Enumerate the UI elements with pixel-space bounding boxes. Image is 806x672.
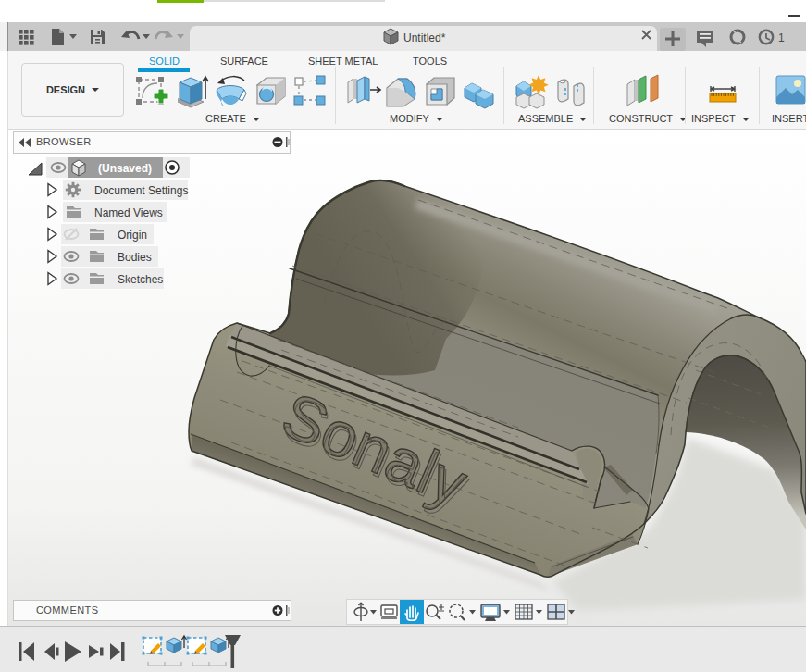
svg-text:Document Settings: Document Settings [94, 184, 188, 197]
svg-text:(Unsaved): (Unsaved) [98, 162, 152, 175]
svg-text:1: 1 [778, 31, 785, 44]
svg-text:Origin: Origin [118, 229, 147, 242]
svg-text:Bodies: Bodies [118, 251, 152, 264]
svg-text:Sketches: Sketches [118, 273, 163, 286]
svg-text:Named Views: Named Views [94, 206, 163, 219]
